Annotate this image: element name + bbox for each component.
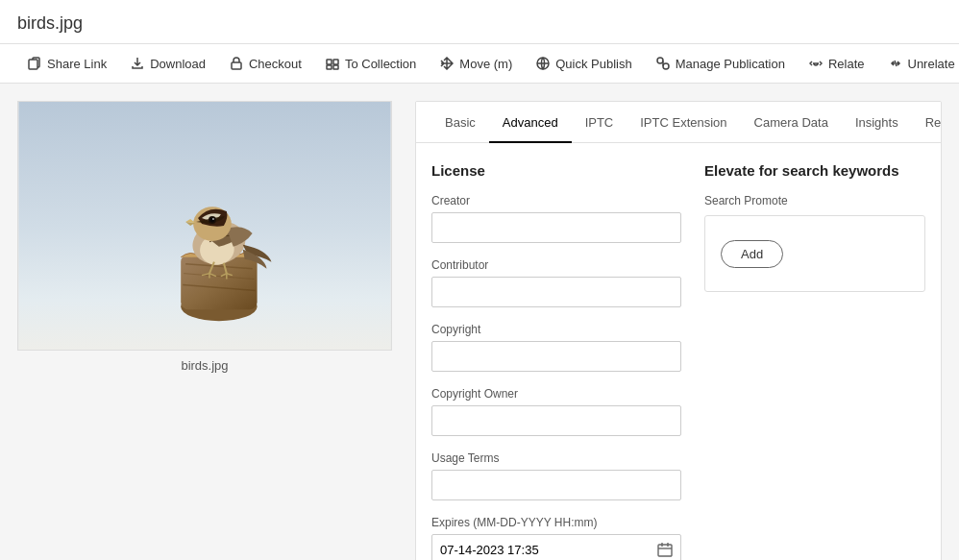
- promote-box: Add: [704, 215, 925, 292]
- main-content: birds.jpg Basic Advanced IPTC IPTC Exten…: [0, 84, 959, 560]
- contributor-input[interactable]: [431, 277, 681, 307]
- search-promote-label: Search Promote: [704, 194, 925, 207]
- tab-iptc-extension[interactable]: IPTC Extension: [627, 102, 740, 143]
- creator-label: Creator: [431, 194, 681, 207]
- copyright-label: Copyright: [431, 323, 681, 336]
- move-button[interactable]: Move (m): [430, 44, 522, 83]
- manage-pub-icon: [655, 56, 671, 71]
- svg-rect-2: [327, 60, 332, 64]
- svg-rect-5: [333, 65, 338, 69]
- elevate-section: Elevate for search keywords Search Promo…: [704, 162, 925, 560]
- svg-point-20: [212, 218, 214, 220]
- usage-terms-input[interactable]: [431, 470, 681, 500]
- relate-button[interactable]: Relate: [799, 44, 874, 83]
- svg-rect-29: [658, 545, 672, 556]
- contributor-field-group: Contributor: [431, 258, 681, 307]
- toolbar: Share Link Download Checkout: [0, 44, 959, 84]
- expires-field-group: Expires (MM-DD-YYYY HH:mm): [431, 516, 681, 560]
- tabs-bar: Basic Advanced IPTC IPTC Extension Camer…: [416, 102, 941, 143]
- unrelate-icon: [888, 56, 903, 71]
- share-icon: [27, 56, 42, 71]
- move-icon: [439, 56, 455, 71]
- svg-rect-3: [333, 60, 338, 64]
- license-section: License Creator Contributor Copyright Co…: [431, 162, 681, 560]
- usage-terms-label: Usage Terms: [431, 451, 681, 465]
- elevate-title: Elevate for search keywords: [704, 162, 925, 179]
- creator-input[interactable]: [431, 212, 681, 243]
- expires-date-input[interactable]: [432, 535, 650, 560]
- contributor-label: Contributor: [431, 258, 681, 272]
- download-icon: [130, 56, 145, 71]
- tab-basic[interactable]: Basic: [431, 102, 489, 143]
- quick-publish-button[interactable]: Quick Publish: [526, 44, 641, 83]
- checkout-button[interactable]: Checkout: [219, 44, 311, 83]
- copyright-field-group: Copyright: [431, 323, 681, 372]
- image-filename: birds.jpg: [17, 358, 392, 373]
- page-title: birds.jpg: [0, 0, 959, 44]
- copyright-input[interactable]: [431, 341, 681, 372]
- manage-publication-button[interactable]: Manage Publication: [646, 44, 795, 83]
- tab-camera-data[interactable]: Camera Data: [741, 102, 842, 143]
- svg-line-8: [895, 61, 897, 66]
- tab-references[interactable]: References: [912, 102, 942, 143]
- left-panel: birds.jpg: [17, 101, 392, 560]
- image-preview: [17, 101, 392, 351]
- copyright-owner-input[interactable]: [431, 405, 681, 436]
- to-collection-button[interactable]: To Collection: [315, 44, 426, 83]
- svg-rect-1: [232, 62, 241, 69]
- copyright-owner-label: Copyright Owner: [431, 387, 681, 401]
- svg-rect-0: [29, 60, 37, 69]
- collection-icon: [325, 56, 340, 71]
- relate-icon: [808, 56, 824, 71]
- add-keyword-button[interactable]: Add: [721, 240, 783, 268]
- download-button[interactable]: Download: [120, 44, 215, 83]
- tab-insights[interactable]: Insights: [842, 102, 912, 143]
- calendar-icon: [657, 542, 673, 557]
- usage-terms-field-group: Usage Terms: [431, 451, 681, 500]
- svg-point-19: [209, 218, 214, 223]
- tab-content-advanced: License Creator Contributor Copyright Co…: [416, 143, 941, 560]
- copyright-owner-field-group: Copyright Owner: [431, 387, 681, 436]
- share-link-button[interactable]: Share Link: [17, 44, 116, 83]
- lock-icon: [229, 56, 244, 71]
- unrelate-button[interactable]: Unrelate: [878, 44, 960, 83]
- svg-rect-4: [327, 65, 332, 69]
- tab-advanced[interactable]: Advanced: [489, 102, 572, 143]
- license-title: License: [431, 162, 681, 179]
- expires-date-wrap: [431, 534, 681, 560]
- bird-image: [18, 102, 391, 350]
- tab-iptc[interactable]: IPTC: [572, 102, 627, 143]
- expires-label: Expires (MM-DD-YYYY HH:mm): [431, 516, 681, 529]
- right-panel: Basic Advanced IPTC IPTC Extension Camer…: [415, 101, 942, 560]
- globe-icon: [535, 56, 551, 71]
- calendar-button[interactable]: [650, 542, 680, 557]
- creator-field-group: Creator: [431, 194, 681, 243]
